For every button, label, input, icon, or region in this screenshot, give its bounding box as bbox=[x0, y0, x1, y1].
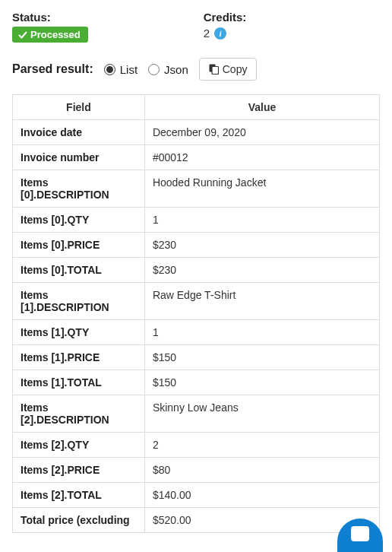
cell-value: $230 bbox=[144, 258, 379, 283]
radio-json-label: Json bbox=[164, 63, 188, 76]
table-row: Items [2].TOTAL$140.00 bbox=[13, 483, 380, 508]
radio-list-input[interactable] bbox=[104, 64, 115, 75]
cell-value: 1 bbox=[144, 208, 379, 233]
header-field: Field bbox=[13, 95, 145, 120]
cell-value: Hooded Running Jacket bbox=[144, 170, 379, 208]
cell-field: Total price (excluding bbox=[13, 508, 145, 533]
radio-json-input[interactable] bbox=[148, 64, 160, 75]
cell-field: Items [1].QTY bbox=[13, 320, 145, 345]
cell-field: Items [1].TOTAL bbox=[13, 370, 145, 395]
cell-value: $140.00 bbox=[144, 483, 379, 508]
cell-field: Items [2].PRICE bbox=[13, 458, 145, 483]
table-row: Items [2].QTY2 bbox=[13, 433, 380, 458]
cell-field: Items [0].DESCRIPTION bbox=[13, 170, 145, 208]
cell-field: Items [2].DESCRIPTION bbox=[13, 395, 145, 433]
header-value: Value bbox=[144, 95, 379, 120]
status-label: Status: bbox=[12, 11, 204, 24]
copy-button-label: Copy bbox=[223, 63, 248, 75]
chat-icon bbox=[351, 526, 369, 541]
radio-list[interactable]: List bbox=[104, 63, 138, 76]
results-table: Field Value Invoice dateDecember 09, 202… bbox=[12, 94, 380, 533]
table-row: Items [1].QTY1 bbox=[13, 320, 380, 345]
cell-field: Items [2].QTY bbox=[13, 433, 145, 458]
table-row: Items [2].DESCRIPTIONSkinny Low Jeans bbox=[13, 395, 380, 433]
cell-field: Invoice date bbox=[13, 120, 145, 145]
status-badge: Processed bbox=[12, 27, 88, 43]
table-row: Invoice dateDecember 09, 2020 bbox=[13, 120, 380, 145]
svg-rect-1 bbox=[212, 67, 219, 75]
table-row: Items [0].TOTAL$230 bbox=[13, 258, 380, 283]
cell-field: Items [0].PRICE bbox=[13, 233, 145, 258]
cell-field: Items [0].QTY bbox=[13, 208, 145, 233]
radio-list-label: List bbox=[120, 63, 138, 76]
cell-field: Items [2].TOTAL bbox=[13, 483, 145, 508]
cell-value: 1 bbox=[144, 320, 379, 345]
copy-button[interactable]: Copy bbox=[199, 58, 258, 81]
info-icon[interactable]: i bbox=[214, 27, 226, 40]
cell-value: $80 bbox=[144, 458, 379, 483]
table-row: Items [2].PRICE$80 bbox=[13, 458, 380, 483]
radio-json[interactable]: Json bbox=[148, 63, 188, 76]
cell-field: Items [0].TOTAL bbox=[13, 258, 145, 283]
cell-value: Skinny Low Jeans bbox=[144, 395, 379, 433]
status-badge-text: Processed bbox=[30, 29, 81, 40]
table-row: Items [1].TOTAL$150 bbox=[13, 370, 380, 395]
table-row: Items [1].DESCRIPTIONRaw Edge T-Shirt bbox=[13, 283, 380, 320]
cell-field: Items [1].PRICE bbox=[13, 345, 145, 370]
cell-field: Invoice number bbox=[13, 145, 145, 170]
credits-value: 2 bbox=[204, 27, 210, 40]
cell-value: Raw Edge T-Shirt bbox=[144, 283, 379, 320]
view-mode-radio-group: List Json bbox=[104, 63, 188, 76]
cell-value: $150 bbox=[144, 370, 379, 395]
cell-value: $150 bbox=[144, 345, 379, 370]
cell-value: 2 bbox=[144, 433, 379, 458]
check-icon bbox=[18, 30, 27, 40]
cell-value: December 09, 2020 bbox=[144, 120, 379, 145]
parsed-result-label: Parsed result: bbox=[12, 62, 93, 76]
table-row: Invoice number#00012 bbox=[13, 145, 380, 170]
cell-field: Items [1].DESCRIPTION bbox=[13, 283, 145, 320]
table-row: Items [0].PRICE$230 bbox=[13, 233, 380, 258]
cell-value: $230 bbox=[144, 233, 379, 258]
table-row: Total price (excluding$520.00 bbox=[13, 508, 380, 533]
credits-label: Credits: bbox=[204, 11, 380, 24]
table-row: Items [0].QTY1 bbox=[13, 208, 380, 233]
cell-value: #00012 bbox=[144, 145, 379, 170]
table-row: Items [1].PRICE$150 bbox=[13, 345, 380, 370]
copy-icon bbox=[209, 64, 219, 75]
table-row: Items [0].DESCRIPTIONHooded Running Jack… bbox=[13, 170, 380, 208]
